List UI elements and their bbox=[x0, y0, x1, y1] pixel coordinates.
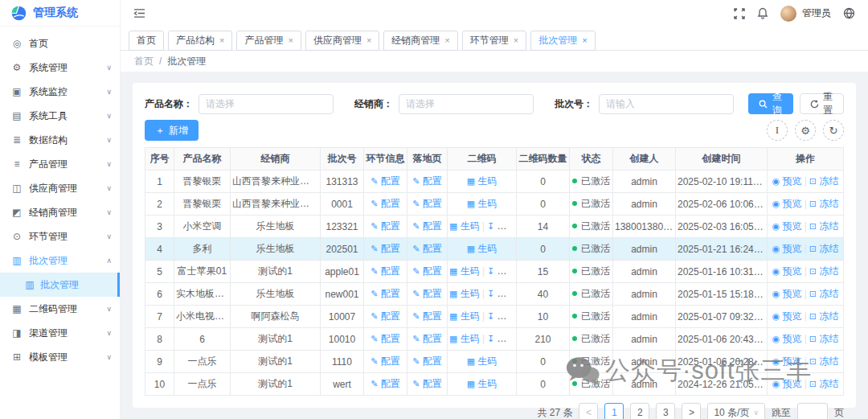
prev-page-button[interactable]: < bbox=[579, 403, 598, 419]
download-link[interactable]: ↧ 下载 bbox=[487, 333, 517, 344]
landing-config-link[interactable]: ✎ 配置 bbox=[412, 175, 442, 187]
generate-code-link[interactable]: ▦ 生码 bbox=[467, 198, 497, 209]
freeze-link[interactable]: ⊡ 冻结 bbox=[809, 333, 839, 344]
freeze-link[interactable]: ⊡ 冻结 bbox=[809, 220, 839, 232]
dealer-select[interactable] bbox=[399, 94, 534, 114]
tab-close-icon[interactable]: × bbox=[582, 36, 587, 45]
preview-link[interactable]: ◉ 预览 bbox=[772, 198, 802, 209]
sidebar-item-home[interactable]: ◎首页 bbox=[0, 31, 120, 55]
next-page-button[interactable]: > bbox=[682, 403, 701, 419]
sidebar-subitem-batch-sub[interactable]: ▥批次管理 bbox=[0, 273, 120, 297]
freeze-link[interactable]: ⊡ 冻结 bbox=[809, 378, 839, 389]
tab-5[interactable]: 环节管理× bbox=[462, 31, 526, 51]
freeze-link[interactable]: ⊡ 冻结 bbox=[809, 310, 839, 322]
download-link[interactable]: ↧ 下载 bbox=[487, 265, 517, 277]
tab-2[interactable]: 产品管理× bbox=[236, 31, 301, 51]
generate-code-link[interactable]: ▦ 生码 bbox=[449, 333, 480, 344]
sidebar-item-qrcode[interactable]: ▦二维码管理∨ bbox=[0, 297, 120, 321]
landing-config-link[interactable]: ✎ 配置 bbox=[412, 220, 442, 232]
sidebar-item-channel[interactable]: ◨渠道管理∨ bbox=[0, 321, 120, 345]
tab-0[interactable]: 首页 bbox=[129, 31, 164, 51]
page-button-3[interactable]: 3 bbox=[656, 403, 675, 419]
preview-link[interactable]: ◉ 预览 bbox=[772, 175, 802, 187]
stage-config-link[interactable]: ✎ 配置 bbox=[371, 288, 400, 299]
toggle-search-icon[interactable]: I bbox=[767, 120, 788, 141]
generate-code-link[interactable]: ▦ 生码 bbox=[467, 355, 497, 367]
stage-config-link[interactable]: ✎ 配置 bbox=[371, 310, 400, 322]
generate-code-link[interactable]: ▦ 生码 bbox=[467, 243, 497, 254]
landing-config-link[interactable]: ✎ 配置 bbox=[412, 243, 442, 254]
preview-link[interactable]: ◉ 预览 bbox=[772, 220, 802, 232]
search-button[interactable]: 查询 bbox=[748, 93, 793, 114]
freeze-link[interactable]: ⊡ 冻结 bbox=[809, 243, 839, 254]
tab-3[interactable]: 供应商管理× bbox=[305, 31, 379, 51]
tab-close-icon[interactable]: × bbox=[514, 36, 518, 45]
table-refresh-icon[interactable]: ↻ bbox=[823, 120, 844, 141]
landing-config-link[interactable]: ✎ 配置 bbox=[412, 333, 442, 344]
generate-code-link[interactable]: ▦ 生码 bbox=[449, 220, 480, 232]
tab-close-icon[interactable]: × bbox=[219, 36, 224, 45]
landing-config-link[interactable]: ✎ 配置 bbox=[412, 378, 442, 389]
generate-code-link[interactable]: ▦ 生码 bbox=[449, 288, 480, 299]
stage-config-link[interactable]: ✎ 配置 bbox=[371, 243, 400, 254]
generate-code-link[interactable]: ▦ 生码 bbox=[449, 265, 480, 277]
product-name-select[interactable] bbox=[199, 94, 334, 114]
stage-config-link[interactable]: ✎ 配置 bbox=[371, 265, 400, 277]
preview-link[interactable]: ◉ 预览 bbox=[772, 355, 802, 367]
tab-1[interactable]: 产品结构× bbox=[168, 31, 232, 51]
tab-6[interactable]: 批次管理× bbox=[530, 31, 595, 51]
user-menu[interactable]: 管理员 bbox=[780, 6, 831, 22]
fullscreen-icon[interactable] bbox=[734, 8, 745, 19]
sidebar-item-link[interactable]: ⊙环节管理∨ bbox=[0, 224, 120, 249]
sidebar-item-data-structure[interactable]: ≣数据结构∨ bbox=[0, 128, 120, 152]
freeze-link[interactable]: ⊡ 冻结 bbox=[809, 175, 839, 187]
stage-config-link[interactable]: ✎ 配置 bbox=[371, 175, 400, 187]
landing-config-link[interactable]: ✎ 配置 bbox=[412, 355, 442, 367]
tab-close-icon[interactable]: × bbox=[366, 36, 371, 45]
page-size-select[interactable]: 10 条/页 ∨ bbox=[707, 403, 765, 419]
preview-link[interactable]: ◉ 预览 bbox=[772, 288, 802, 299]
stage-config-link[interactable]: ✎ 配置 bbox=[371, 355, 400, 367]
table-settings-gear-icon[interactable]: ⚙ bbox=[795, 120, 816, 141]
preview-link[interactable]: ◉ 预览 bbox=[772, 333, 802, 344]
notification-bell-icon[interactable] bbox=[757, 7, 768, 19]
sidebar-item-monitor[interactable]: ▣系统监控∨ bbox=[0, 80, 120, 104]
landing-config-link[interactable]: ✎ 配置 bbox=[412, 288, 442, 299]
jump-page-input[interactable] bbox=[797, 403, 828, 419]
freeze-link[interactable]: ⊡ 冻结 bbox=[809, 265, 839, 277]
freeze-link[interactable]: ⊡ 冻结 bbox=[809, 355, 839, 367]
sidebar-item-product[interactable]: ≡产品管理∨ bbox=[0, 152, 120, 176]
reset-button[interactable]: 重置 bbox=[800, 93, 845, 114]
generate-code-link[interactable]: ▦ 生码 bbox=[467, 175, 497, 187]
generate-code-link[interactable]: ▦ 生码 bbox=[467, 378, 497, 389]
stage-config-link[interactable]: ✎ 配置 bbox=[371, 378, 400, 389]
tab-4[interactable]: 经销商管理× bbox=[383, 31, 457, 51]
batch-no-input[interactable] bbox=[599, 94, 734, 114]
page-button-2[interactable]: 2 bbox=[630, 403, 649, 419]
sidebar-item-template[interactable]: ⊞模板管理∨ bbox=[0, 345, 120, 369]
tab-close-icon[interactable]: × bbox=[444, 36, 449, 45]
sidebar-item-batch[interactable]: ▥批次管理∧ bbox=[0, 249, 120, 273]
layout-settings-icon[interactable] bbox=[843, 7, 855, 19]
preview-link[interactable]: ◉ 预览 bbox=[772, 378, 802, 389]
sidebar-item-tools[interactable]: ▤系统工具∨ bbox=[0, 104, 120, 128]
sidebar-item-system[interactable]: ⚙系统管理∨ bbox=[0, 55, 120, 80]
preview-link[interactable]: ◉ 预览 bbox=[772, 310, 802, 322]
download-link[interactable]: ↧ 下载 bbox=[487, 288, 517, 299]
landing-config-link[interactable]: ✎ 配置 bbox=[412, 310, 442, 322]
add-button[interactable]: ＋ 新增 bbox=[145, 120, 199, 141]
landing-config-link[interactable]: ✎ 配置 bbox=[412, 265, 442, 277]
download-link[interactable]: ↧ 下载 bbox=[487, 310, 517, 322]
stage-config-link[interactable]: ✎ 配置 bbox=[371, 333, 400, 344]
download-link[interactable]: ↧ 下载 bbox=[487, 220, 517, 232]
page-button-1[interactable]: 1 bbox=[604, 403, 624, 419]
breadcrumb-home[interactable]: 首页 bbox=[134, 55, 154, 68]
preview-link[interactable]: ◉ 预览 bbox=[772, 265, 802, 277]
collapse-sidebar-icon[interactable] bbox=[133, 8, 145, 18]
freeze-link[interactable]: ⊡ 冻结 bbox=[809, 288, 839, 299]
stage-config-link[interactable]: ✎ 配置 bbox=[371, 198, 400, 209]
landing-config-link[interactable]: ✎ 配置 bbox=[412, 198, 442, 209]
sidebar-item-dealer[interactable]: ◩经销商管理∨ bbox=[0, 200, 120, 224]
freeze-link[interactable]: ⊡ 冻结 bbox=[809, 198, 839, 209]
sidebar-item-supplier[interactable]: ◫供应商管理∨ bbox=[0, 176, 120, 200]
